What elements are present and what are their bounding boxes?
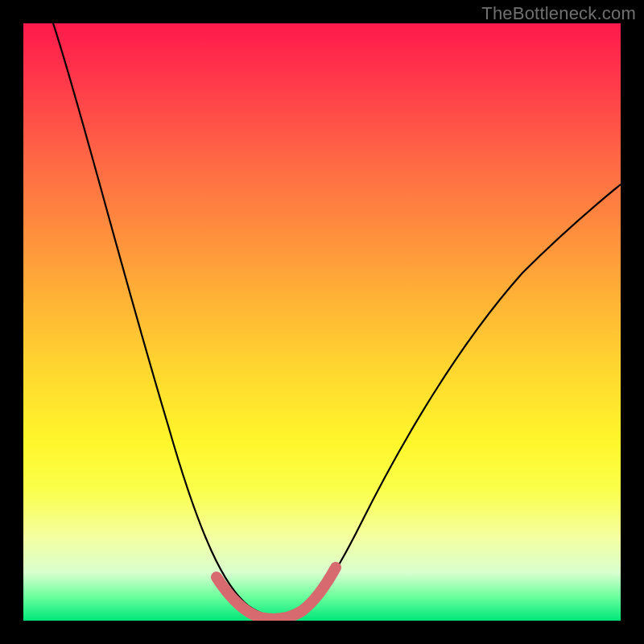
watermark-text: TheBottleneck.com: [481, 3, 636, 24]
bottleneck-curve: [23, 23, 621, 621]
bottom-marker: [217, 568, 336, 619]
chart-frame: [23, 23, 621, 621]
curve-path: [53, 23, 621, 618]
